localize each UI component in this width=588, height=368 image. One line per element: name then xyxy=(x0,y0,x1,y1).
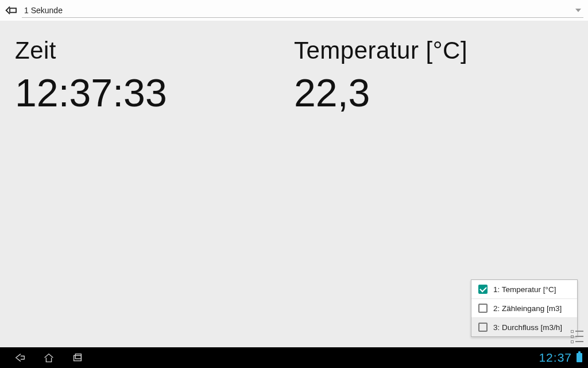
channel-row-2[interactable]: 2: Zähleingang [m3] xyxy=(471,298,577,317)
battery-icon xyxy=(577,353,582,362)
list-icon xyxy=(571,330,583,333)
chevron-down-icon xyxy=(575,9,581,12)
refresh-interval-label: 1 Sekunde xyxy=(24,6,63,15)
channel-label: 1: Temperatur [°C] xyxy=(493,285,556,294)
top-bar: 1 Sekunde xyxy=(0,0,588,21)
channel-row-3[interactable]: 3: Durchfluss [m3/h] xyxy=(471,317,577,336)
channel-picker-panel: 1: Temperatur [°C] 2: Zähleingang [m3] 3… xyxy=(471,279,578,337)
checkbox-icon[interactable] xyxy=(478,304,488,313)
list-icon xyxy=(571,335,583,338)
temperature-label: Temperatur [°C] xyxy=(294,37,573,64)
home-icon xyxy=(42,351,55,364)
system-nav-bar: 12:37 xyxy=(0,347,588,368)
temperature-value: 22,3 xyxy=(294,70,573,115)
back-button[interactable] xyxy=(0,0,21,21)
checkbox-icon[interactable] xyxy=(478,323,488,332)
time-column: Zeit 12:37:33 xyxy=(15,37,294,331)
time-label: Zeit xyxy=(15,37,294,64)
checkbox-icon[interactable] xyxy=(478,285,488,294)
list-icon xyxy=(571,340,583,343)
nav-recent-button[interactable] xyxy=(63,347,92,368)
channel-row-1[interactable]: 1: Temperatur [°C] xyxy=(471,280,577,298)
nav-home-button[interactable] xyxy=(34,347,63,368)
back-arrow-icon xyxy=(4,4,17,17)
status-clock: 12:37 xyxy=(539,351,572,365)
back-icon xyxy=(14,351,26,364)
svg-rect-2 xyxy=(75,354,81,359)
channel-label: 3: Durchfluss [m3/h] xyxy=(493,323,562,332)
svg-rect-0 xyxy=(10,8,16,12)
recent-apps-icon xyxy=(71,351,84,364)
channel-label: 2: Zähleingang [m3] xyxy=(493,304,562,313)
nav-back-button[interactable] xyxy=(6,347,34,368)
svg-rect-1 xyxy=(74,355,82,361)
time-value: 12:37:33 xyxy=(15,70,294,115)
refresh-interval-dropdown[interactable]: 1 Sekunde xyxy=(22,3,583,18)
channel-list-toggle[interactable] xyxy=(570,329,585,344)
